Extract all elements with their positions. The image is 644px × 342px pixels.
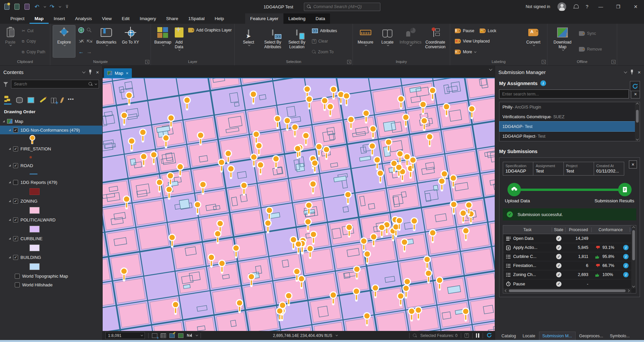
upload-data-step-icon[interactable]	[507, 183, 521, 196]
layout-grid-icon[interactable]	[152, 333, 157, 338]
pause-labeling-button[interactable]: ‖Pause	[453, 27, 476, 35]
coordinates-chevron-icon[interactable]	[336, 334, 338, 336]
layer-checkbox[interactable]: ✓	[13, 128, 18, 133]
tab-project[interactable]: Project	[5, 13, 30, 24]
sm-pin-icon[interactable]	[630, 70, 634, 74]
labeling-launcher-icon[interactable]: ↘	[542, 60, 546, 64]
map-tab-close-icon[interactable]: ×	[126, 71, 128, 75]
conformance-info-icon[interactable]: i	[623, 254, 629, 259]
dock-tab-locate[interactable]: Locate	[520, 332, 538, 340]
layer-row-curbline[interactable]: ✓ CURBLINE	[0, 234, 102, 243]
layer-checkbox[interactable]: ✓	[13, 163, 18, 168]
refresh-view-icon[interactable]	[486, 332, 492, 339]
zoom-to-selection-button[interactable]: Zoom To	[310, 48, 339, 56]
explore-button[interactable]: Explore	[53, 25, 75, 57]
tab-edit[interactable]: Edit	[117, 13, 135, 24]
dock-tab-catalog[interactable]: Catalog	[498, 332, 519, 340]
assignment-item-verifications[interactable]: Vérifications Géométrique - SUEZ	[499, 112, 635, 122]
expander-icon[interactable]	[9, 200, 11, 202]
tab-selection-view[interactable]	[28, 97, 34, 105]
minimize-button[interactable]: —	[596, 4, 606, 9]
tab-view[interactable]: View	[97, 13, 117, 24]
dock-tab-symbology[interactable]: Symbolo...	[607, 332, 633, 340]
notifications-icon[interactable]	[574, 4, 578, 9]
command-search-input[interactable]	[313, 4, 377, 9]
task-table-vscrollbar[interactable]	[631, 225, 636, 288]
assignment-item-philly[interactable]: Philly - ArcGIS Plugin	[499, 102, 635, 112]
copy-path-button[interactable]: ⧉Copy Path	[20, 48, 47, 56]
dock-tab-submission-manager[interactable]: Submission M...	[539, 332, 576, 340]
view-strip-chevron-icon[interactable]	[489, 67, 492, 71]
tab-insert[interactable]: Insert	[49, 13, 70, 24]
expander-icon[interactable]	[3, 120, 5, 122]
sync-button[interactable]: Sync	[577, 29, 604, 38]
open-project-icon[interactable]	[13, 3, 20, 10]
assignments-scrollbar[interactable]	[635, 102, 640, 141]
map-canvas[interactable]	[103, 78, 495, 331]
attributes-button[interactable]: Attributes	[310, 27, 339, 35]
sm-close-icon[interactable]: ×	[638, 70, 641, 75]
infographics-button[interactable]: Infographics	[399, 25, 422, 57]
more-views-icon[interactable]: •••	[68, 96, 74, 105]
coordinates-readout[interactable]: 2,695,746.14E 234,404.40N ftUS	[273, 333, 332, 338]
layer-checkbox[interactable]: ✓	[13, 199, 18, 204]
more-labeling-button[interactable]: ≡More	[453, 48, 520, 56]
select-button[interactable]: ➤ Select	[237, 25, 260, 57]
layer-row-world-hillshade[interactable]: World Hillshade	[0, 280, 102, 289]
tab-analysis[interactable]: Analysis	[70, 13, 97, 24]
refresh-assignments-button[interactable]	[630, 81, 640, 91]
undo-icon[interactable]: ↶	[34, 3, 40, 10]
remove-button[interactable]: Remove	[577, 45, 604, 53]
layer-row-1dg-reports[interactable]: 1DG Reports (479)	[0, 178, 102, 187]
filter-icon[interactable]	[3, 82, 8, 87]
add-graphics-layer-button[interactable]: Add Graphics Layer	[186, 26, 234, 34]
view-unplaced-button[interactable]: ✕View Unplaced	[453, 37, 520, 45]
layer-row-map[interactable]: Map	[0, 117, 102, 126]
assignments-search-input[interactable]	[502, 92, 626, 96]
conformance-info-icon[interactable]: i	[623, 245, 629, 250]
layer-checkbox[interactable]: ✓	[13, 236, 18, 241]
layer-visibility-icon[interactable]	[178, 333, 183, 338]
task-row-pause[interactable]: Pause ✓ -	[503, 279, 631, 288]
conformance-info-icon[interactable]: i	[623, 272, 629, 277]
assignment-item-1dg4agp[interactable]: 1DG4AGP - Test	[499, 122, 635, 131]
pause-drawing-icon[interactable]	[476, 333, 479, 338]
lock-labels-button[interactable]: 🔒Lock	[478, 27, 498, 35]
coordinate-conversion-button[interactable]: Coordinate Conversion	[424, 25, 447, 57]
layer-row-world-topographic[interactable]: World Topographic Map	[0, 272, 102, 280]
task-table-hscrollbar[interactable]	[503, 288, 631, 293]
expander-icon[interactable]	[9, 164, 11, 166]
tab-feature-layer[interactable]: Feature Layer	[245, 13, 283, 24]
layer-row-politicalward[interactable]: ✓ POLITICALWARD	[0, 215, 102, 224]
redo-dropdown-chevron-icon[interactable]	[59, 5, 61, 7]
command-search[interactable]	[304, 3, 380, 11]
assignments-info-icon[interactable]: i	[540, 80, 546, 86]
tab-labeling-view[interactable]	[51, 98, 56, 105]
selected-features-count[interactable]: Selected Features: 0	[420, 333, 458, 338]
task-row-apply-actions[interactable]: Apply Actio... ✓ 5,845 93.1% i	[503, 243, 631, 252]
clear-selection-button[interactable]: Clear	[310, 37, 339, 45]
layer-row-fire-station[interactable]: ✓ FIRE_STATION	[0, 144, 102, 153]
contract-extent-icon[interactable]: ⇲⇱	[79, 39, 84, 44]
tab-snapping-view[interactable]	[61, 97, 63, 105]
signin-status[interactable]: Not signed in	[526, 4, 550, 9]
tab-help[interactable]: Help	[210, 13, 229, 24]
sm-menu-chevron-icon[interactable]	[624, 70, 627, 73]
layer-checkbox[interactable]	[15, 282, 20, 287]
scale-dropdown[interactable]: 1:8,091	[105, 332, 145, 339]
tab-data-source[interactable]	[16, 97, 23, 105]
redo-icon[interactable]: ↷	[49, 3, 55, 10]
globe-icon[interactable]	[78, 27, 84, 34]
expander-icon[interactable]	[9, 148, 11, 150]
contents-pin-icon[interactable]	[89, 70, 92, 74]
assignment-item-1dg4agp-reject[interactable]: 1DG4AGP Reject - Test	[499, 131, 635, 141]
layer-checkbox[interactable]	[15, 274, 20, 279]
paste-button[interactable]: Paste	[3, 25, 18, 57]
tab-share[interactable]: Share	[161, 13, 183, 24]
expander-icon[interactable]	[9, 256, 11, 258]
tab-data[interactable]: Data	[311, 13, 330, 24]
task-row-zoning[interactable]: Zoning Ch... ✓ 2,693 100% i	[503, 270, 631, 279]
layer-checkbox[interactable]: ✓	[13, 255, 18, 260]
next-extent-icon[interactable]: →	[87, 49, 92, 55]
expander-icon[interactable]	[9, 237, 11, 240]
